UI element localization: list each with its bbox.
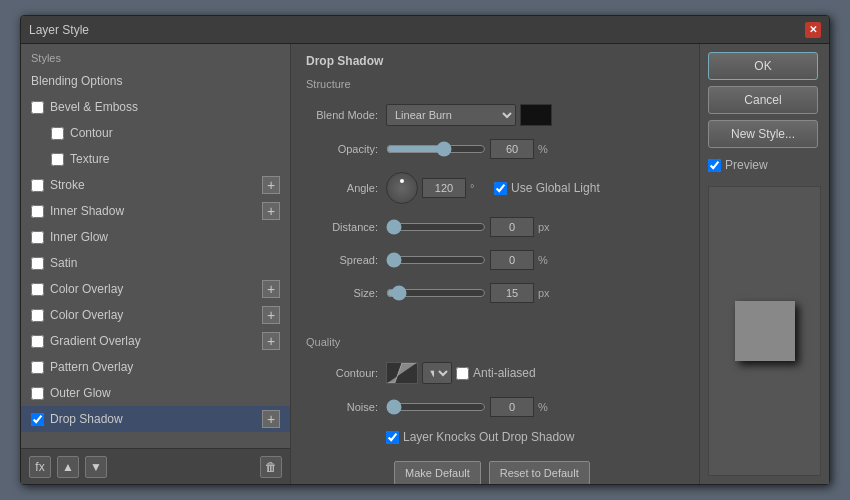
label-color-overlay: Color Overlay (50, 282, 123, 296)
noise-slider[interactable] (386, 400, 486, 414)
center-panel: Drop Shadow Structure Blend Mode: Linear… (291, 44, 699, 484)
global-light-label[interactable]: Use Global Light (494, 181, 600, 195)
spread-slider[interactable] (386, 253, 486, 267)
preview-area (708, 186, 821, 476)
size-unit: px (538, 287, 558, 299)
size-input[interactable] (490, 283, 534, 303)
sidebar-item-blending-options[interactable]: Blending Options (21, 68, 290, 94)
sidebar-item-color-overlay2[interactable]: Color Overlay+ (21, 302, 290, 328)
ok-button[interactable]: OK (708, 52, 818, 80)
checkbox-satin[interactable] (31, 257, 44, 270)
opacity-unit: % (538, 143, 558, 155)
style-list: Blending OptionsBevel & EmbossContourTex… (21, 68, 290, 448)
sidebar-item-gradient-overlay[interactable]: Gradient Overlay+ (21, 328, 290, 354)
distance-slider[interactable] (386, 220, 486, 234)
layer-knocks-checkbox[interactable] (386, 431, 399, 444)
blend-mode-select[interactable]: Linear Burn Normal Multiply Screen (386, 104, 516, 126)
styles-label: Styles (21, 44, 290, 68)
angle-indicator (400, 179, 404, 183)
cancel-button[interactable]: Cancel (708, 86, 818, 114)
checkbox-outer-glow[interactable] (31, 387, 44, 400)
label-gradient-overlay: Gradient Overlay (50, 334, 141, 348)
plus-gradient-overlay[interactable]: + (262, 332, 280, 350)
move-up-button[interactable]: ▲ (57, 456, 79, 478)
opacity-slider[interactable] (386, 142, 486, 156)
spread-unit: % (538, 254, 558, 266)
noise-label: Noise: (306, 401, 386, 413)
noise-row: Noise: % (306, 397, 684, 417)
checkbox-pattern-overlay[interactable] (31, 361, 44, 374)
angle-wheel[interactable] (386, 172, 418, 204)
noise-input[interactable] (490, 397, 534, 417)
label-bevel-emboss: Bevel & Emboss (50, 100, 138, 114)
sidebar-item-stroke[interactable]: Stroke+ (21, 172, 290, 198)
plus-inner-shadow[interactable]: + (262, 202, 280, 220)
move-down-button[interactable]: ▼ (85, 456, 107, 478)
checkbox-color-overlay[interactable] (31, 283, 44, 296)
plus-drop-shadow[interactable]: + (262, 410, 280, 428)
contour-preview[interactable] (386, 362, 418, 384)
label-pattern-overlay: Pattern Overlay (50, 360, 133, 374)
distance-label: Distance: (306, 221, 386, 233)
color-swatch[interactable] (520, 104, 552, 126)
sidebar-item-inner-shadow[interactable]: Inner Shadow+ (21, 198, 290, 224)
checkbox-texture[interactable] (51, 153, 64, 166)
sidebar-item-color-overlay[interactable]: Color Overlay+ (21, 276, 290, 302)
bottom-buttons: Make Default Reset to Default (306, 461, 684, 484)
reset-to-default-button[interactable]: Reset to Default (489, 461, 590, 484)
checkbox-drop-shadow[interactable] (31, 413, 44, 426)
size-row: Size: px (306, 283, 684, 303)
sidebar-item-outer-glow[interactable]: Outer Glow (21, 380, 290, 406)
sidebar-item-pattern-overlay[interactable]: Pattern Overlay (21, 354, 290, 380)
structure-subtitle: Structure (306, 78, 684, 90)
checkbox-inner-glow[interactable] (31, 231, 44, 244)
noise-control: % (386, 397, 558, 417)
opacity-label: Opacity: (306, 143, 386, 155)
new-style-button[interactable]: New Style... (708, 120, 818, 148)
distance-unit: px (538, 221, 558, 233)
checkbox-color-overlay2[interactable] (31, 309, 44, 322)
delete-button[interactable]: 🗑 (260, 456, 282, 478)
global-light-checkbox[interactable] (494, 182, 507, 195)
contour-label: Contour: (306, 367, 386, 379)
sidebar-item-drop-shadow[interactable]: Drop Shadow+ (21, 406, 290, 432)
preview-checkbox[interactable] (708, 159, 721, 172)
sidebar-item-satin[interactable]: Satin (21, 250, 290, 276)
plus-color-overlay[interactable]: + (262, 280, 280, 298)
opacity-row: Opacity: % (306, 139, 684, 159)
checkbox-gradient-overlay[interactable] (31, 335, 44, 348)
angle-input[interactable] (422, 178, 466, 198)
anti-aliased-checkbox[interactable] (456, 367, 469, 380)
label-texture: Texture (70, 152, 109, 166)
checkbox-stroke[interactable] (31, 179, 44, 192)
contour-select[interactable]: ▼ (422, 362, 452, 384)
make-default-button[interactable]: Make Default (394, 461, 481, 484)
plus-stroke[interactable]: + (262, 176, 280, 194)
sidebar-item-texture[interactable]: Texture (21, 146, 290, 172)
plus-color-overlay2[interactable]: + (262, 306, 280, 324)
right-panel: OK Cancel New Style... Preview (699, 44, 829, 484)
checkbox-bevel-emboss[interactable] (31, 101, 44, 114)
label-satin: Satin (50, 256, 77, 270)
fx-button[interactable]: fx (29, 456, 51, 478)
blend-mode-row: Blend Mode: Linear Burn Normal Multiply … (306, 104, 684, 126)
opacity-input[interactable] (490, 139, 534, 159)
checkbox-inner-shadow[interactable] (31, 205, 44, 218)
size-label: Size: (306, 287, 386, 299)
sidebar-item-bevel-emboss[interactable]: Bevel & Emboss (21, 94, 290, 120)
left-panel: Styles Blending OptionsBevel & EmbossCon… (21, 44, 291, 484)
checkbox-contour[interactable] (51, 127, 64, 140)
sidebar-item-contour[interactable]: Contour (21, 120, 290, 146)
layer-knocks-label[interactable]: Layer Knocks Out Drop Shadow (386, 430, 574, 444)
size-slider[interactable] (386, 286, 486, 300)
opacity-control: % (386, 139, 558, 159)
label-inner-glow: Inner Glow (50, 230, 108, 244)
contour-row: Contour: ▼ Anti-aliased (306, 362, 684, 384)
sidebar-item-inner-glow[interactable]: Inner Glow (21, 224, 290, 250)
preview-label[interactable]: Preview (708, 158, 821, 172)
anti-aliased-label[interactable]: Anti-aliased (456, 366, 536, 380)
spread-input[interactable] (490, 250, 534, 270)
distance-control: px (386, 217, 558, 237)
distance-input[interactable] (490, 217, 534, 237)
close-button[interactable]: ✕ (805, 22, 821, 38)
